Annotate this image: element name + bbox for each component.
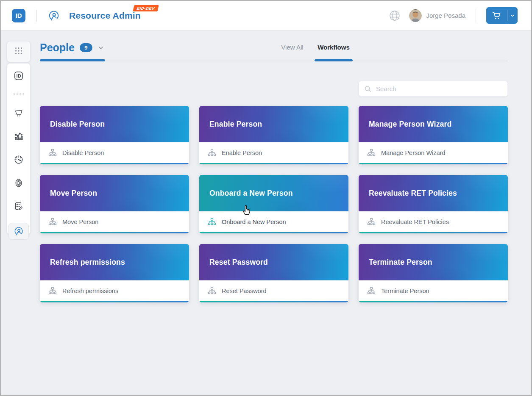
sidebar-item-analytics[interactable]: [10, 130, 27, 143]
card-title: Reevaluate RET Policies: [369, 189, 457, 198]
sidebar-item-mini-dashes[interactable]: [10, 87, 27, 100]
workflow-card[interactable]: Enable Person Enable Person: [199, 106, 348, 164]
category-active-underline: [40, 59, 105, 61]
company-logo[interactable]: ID: [12, 9, 25, 22]
workflow-card-footer: Reset Password: [199, 280, 348, 301]
workflow-card-footer: Refresh permissions: [40, 280, 189, 301]
workflow-card[interactable]: Onboard a New Person Onboard a New Perso…: [199, 175, 348, 233]
card-title: Move Person: [50, 189, 97, 198]
card-title: Manage Person Wizard: [369, 120, 451, 129]
card-bottom-accent: [359, 163, 508, 164]
sitemap-icon: [208, 218, 216, 226]
card-bottom-accent: [359, 232, 508, 233]
sitemap-icon: [208, 149, 216, 157]
user-name: Jorge Posada: [426, 12, 465, 19]
workflow-card-header: Reevaluate RET Policies: [359, 175, 508, 211]
tabs-divider: [40, 61, 508, 61]
header-right: Jorge Posada: [389, 7, 531, 24]
workflow-card-footer: Disable Person: [40, 142, 189, 163]
sidebar-item-task-edit[interactable]: [10, 199, 27, 213]
sidebar-apps-launcher[interactable]: [7, 41, 31, 62]
sitemap-icon: [367, 218, 376, 226]
card-workflow-label: Manage Person Wizard: [381, 150, 446, 156]
chevron-down-icon: [97, 44, 104, 51]
workflow-card-header: Enable Person: [199, 106, 348, 142]
card-bottom-accent: [199, 301, 348, 302]
app-header: ID Resource Admin EID-DEV: [1, 1, 531, 30]
sitemap-icon: [48, 287, 57, 295]
chevron-down-icon[interactable]: [507, 13, 518, 18]
workflow-card-header: Disable Person: [40, 106, 189, 142]
sitemap-icon: [208, 287, 216, 295]
card-title: Onboard a New Person: [209, 189, 293, 198]
tab-active-underline: [315, 59, 353, 61]
workflow-card-header: Onboard a New Person: [199, 175, 348, 211]
sitemap-icon: [367, 287, 376, 295]
page-app-title: Resource Admin: [69, 11, 141, 21]
sidebar-item-id-card[interactable]: [10, 69, 27, 82]
card-workflow-label: Onboard a New Person: [222, 219, 286, 225]
sidebar-rail: [7, 63, 31, 235]
card-workflow-label: Enable Person: [222, 150, 262, 156]
workflow-card[interactable]: Terminate Person Terminate Person: [359, 244, 508, 302]
card-title: Refresh permissions: [50, 258, 125, 267]
card-title: Reset Password: [209, 258, 268, 267]
card-workflow-label: Move Person: [62, 219, 98, 225]
card-bottom-accent: [40, 301, 189, 302]
card-workflow-label: Reevaluate RET Policies: [381, 219, 449, 225]
cart-icon[interactable]: [486, 11, 507, 20]
search-icon: [364, 85, 372, 93]
workflow-card-footer: Enable Person: [199, 142, 348, 163]
card-workflow-label: Terminate Person: [381, 288, 429, 294]
tab-view-all[interactable]: View All: [279, 44, 306, 51]
sitemap-icon: [48, 218, 57, 226]
sidebar-item-resource-admin[interactable]: [8, 223, 29, 240]
environment-badge: EID-DEV: [133, 5, 159, 11]
workflow-card-header: Refresh permissions: [40, 244, 189, 280]
user-avatar[interactable]: [409, 9, 422, 22]
workflow-card-header: Terminate Person: [359, 244, 508, 280]
card-title: Disable Person: [50, 120, 105, 129]
workflow-card-footer: Reevaluate RET Policies: [359, 211, 508, 232]
card-bottom-accent: [199, 163, 348, 164]
workflow-card-footer: Move Person: [40, 211, 189, 232]
card-title: Terminate Person: [369, 258, 432, 267]
search-box: [359, 81, 508, 97]
sidebar-item-gauge[interactable]: [10, 153, 27, 166]
workflow-card[interactable]: Refresh permissions Refresh permissions: [40, 244, 189, 302]
count-badge: 9: [80, 43, 92, 52]
workflow-card[interactable]: Reset Password Reset Password: [199, 244, 348, 302]
workflow-card[interactable]: Disable Person Disable Person: [40, 106, 189, 164]
workflow-card-header: Reset Password: [199, 244, 348, 280]
page-title: People: [40, 42, 75, 54]
workflow-card-header: Manage Person Wizard: [359, 106, 508, 142]
workflow-card[interactable]: Reevaluate RET Policies Reevaluate RET P…: [359, 175, 508, 233]
header-divider: [476, 9, 476, 22]
category-dropdown[interactable]: People 9: [40, 42, 104, 54]
language-globe-icon[interactable]: [389, 10, 401, 22]
sidebar-item-cart[interactable]: [10, 106, 27, 119]
resource-admin-icon: [48, 10, 60, 22]
card-workflow-label: Reset Password: [222, 288, 267, 294]
card-bottom-accent: [40, 163, 189, 164]
workflow-card-header: Move Person: [40, 175, 189, 211]
resource-admin-app: { "header": { "logo_text": "ID", "title"…: [0, 0, 532, 396]
workflow-card-footer: Terminate Person: [359, 280, 508, 301]
tab-workflows[interactable]: Workflows: [315, 44, 353, 51]
workflow-card[interactable]: Move Person Move Person: [40, 175, 189, 233]
apps-grid-icon: [14, 46, 23, 57]
card-bottom-accent: [40, 232, 189, 233]
workflow-card[interactable]: Manage Person Wizard Manage Person Wizar…: [359, 106, 508, 164]
sidebar-item-fingerprint[interactable]: [10, 176, 27, 189]
card-bottom-accent: [359, 301, 508, 302]
card-bottom-accent: [199, 232, 348, 233]
cart-split-button[interactable]: [486, 7, 518, 24]
card-workflow-label: Disable Person: [62, 150, 104, 156]
sitemap-icon: [48, 149, 57, 157]
header-divider: [36, 10, 37, 22]
sitemap-icon: [367, 149, 376, 157]
cards-grid: Disable Person Disable Person Enable Per…: [40, 106, 508, 302]
workflow-card-footer: Onboard a New Person: [199, 211, 348, 232]
card-workflow-label: Refresh permissions: [62, 288, 118, 294]
search-input[interactable]: [376, 85, 502, 92]
